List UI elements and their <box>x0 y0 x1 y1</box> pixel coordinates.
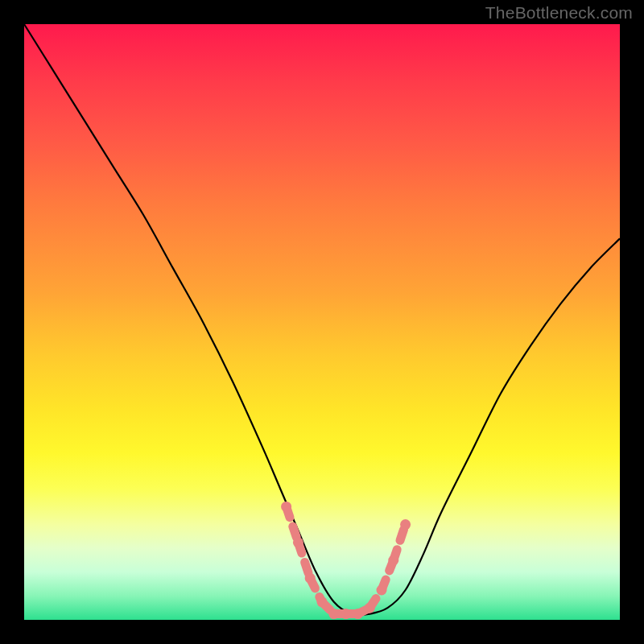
marker-dot <box>365 603 375 613</box>
marker-segment <box>394 525 406 560</box>
bottleneck-curve-path <box>24 24 620 615</box>
marker-segment <box>287 506 299 542</box>
marker-segment <box>298 543 310 578</box>
marker-dot <box>281 502 291 512</box>
marker-dot <box>341 609 351 619</box>
marker-dot <box>328 609 339 619</box>
chart-frame: TheBottleneck.com <box>0 0 644 644</box>
marker-dot <box>388 555 398 566</box>
curve-svg <box>24 24 620 620</box>
min-region-markers <box>281 502 411 619</box>
marker-dot <box>400 519 411 530</box>
marker-dot <box>353 609 363 619</box>
watermark-text: TheBottleneck.com <box>485 3 633 23</box>
marker-dot <box>377 585 387 596</box>
marker-dot <box>317 597 328 607</box>
marker-dot <box>293 537 303 547</box>
marker-dot <box>305 573 316 584</box>
plot-area <box>24 24 620 620</box>
